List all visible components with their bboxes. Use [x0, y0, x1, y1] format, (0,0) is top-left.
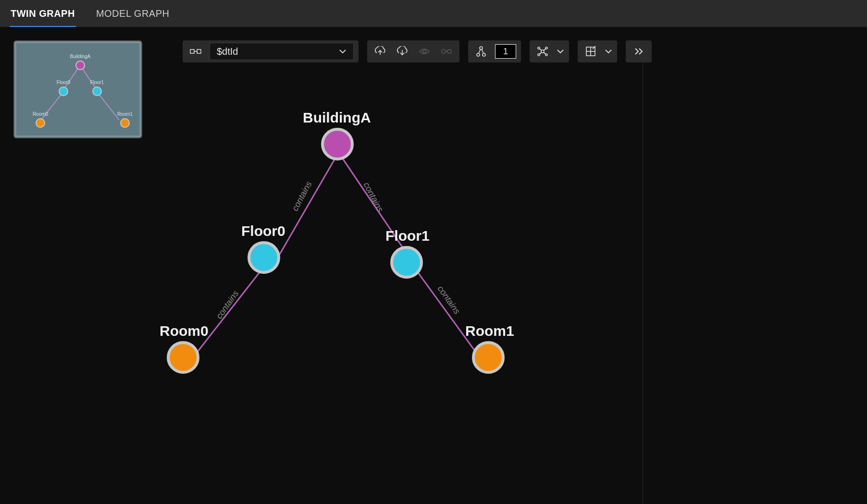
content-area: $dtId	[0, 27, 867, 504]
node-floor0[interactable]	[248, 241, 280, 274]
tab-model-graph[interactable]: MODEL GRAPH	[95, 0, 171, 27]
node-label-room1: Room1	[465, 323, 514, 339]
node-label-buildingA: BuildingA	[303, 110, 371, 126]
node-floor1[interactable]	[390, 246, 423, 279]
edge-label: contains	[435, 284, 462, 316]
tab-twin-graph[interactable]: TWIN GRAPH	[10, 0, 76, 27]
node-room0[interactable]	[167, 341, 199, 374]
edge-buildingA-floor0[interactable]	[278, 156, 337, 257]
edge-label: contains	[214, 289, 241, 321]
node-room1[interactable]	[472, 341, 505, 374]
node-buildingA[interactable]	[321, 128, 354, 160]
edge-label: contains	[290, 180, 314, 213]
panel-divider	[643, 54, 643, 504]
edge-label: contains	[361, 181, 385, 214]
node-label-floor0: Floor0	[241, 223, 285, 239]
graph-canvas[interactable]: contains contains contains contains Buil…	[0, 27, 867, 504]
node-label-floor1: Floor1	[385, 228, 430, 244]
tabs-bar: TWIN GRAPH MODEL GRAPH	[0, 0, 867, 27]
node-label-room0: Room0	[160, 323, 209, 339]
